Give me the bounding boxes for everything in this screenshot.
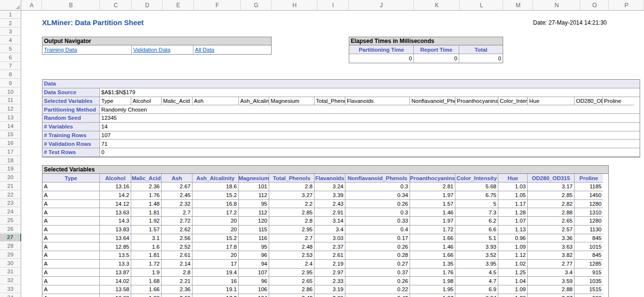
row-header-9[interactable]: 9 [0,79,21,87]
sv-cell[interactable]: 2.57 [528,226,575,234]
column-header-P[interactable]: P [609,0,644,10]
data-info-value[interactable]: 107 [100,131,640,140]
sv-cell[interactable]: 1280 [575,217,603,226]
sv-cell[interactable]: 2.32 [162,200,192,209]
row-header-10[interactable]: 10 [0,88,21,96]
sv-cell[interactable]: 1.95 [410,285,455,294]
sv-cell[interactable]: 3.82 [528,251,575,260]
sv-cell[interactable]: 1.66 [410,251,455,260]
sv-cell[interactable]: 3.95 [455,260,498,269]
sv-cell[interactable]: A [42,217,100,226]
sv-cell[interactable]: 94 [239,260,269,269]
sv-cell[interactable]: 1515 [575,285,603,294]
sv-cell[interactable]: 14.3 [100,217,131,226]
sv-cell[interactable]: 0.26 [345,277,410,285]
sv-cell[interactable]: 1.76 [131,191,162,200]
sv-cell[interactable]: 17.8 [192,242,239,251]
data-info-variable[interactable]: Total_Phenols [315,97,345,106]
data-info-variable[interactable]: Malic_Acid [162,97,192,106]
sv-cell[interactable]: 2.43 [315,200,345,209]
sv-cell[interactable]: 1.83 [131,294,162,297]
row-header-19[interactable]: 19 [0,165,21,173]
sv-cell[interactable]: 2.8 [162,269,192,277]
sv-cell[interactable]: 2.56 [162,234,192,243]
data-info-variable[interactable]: Ash_Alcalinity [239,97,269,106]
sv-cell[interactable]: 2.85 [528,191,575,200]
data-info-variable[interactable]: Proline [603,97,634,106]
sv-cell[interactable]: 96 [239,251,269,260]
sv-cell[interactable]: 2.8 [269,183,315,191]
sv-cell[interactable]: 990 [575,294,603,297]
sv-cell[interactable]: 5 [455,200,498,209]
sv-cell[interactable]: 2.19 [315,260,345,269]
sv-cell[interactable]: 1.48 [131,200,162,209]
sv-cell[interactable]: 2.45 [162,191,192,200]
sv-cell[interactable]: A [42,285,100,294]
sv-cell[interactable]: 1.46 [410,208,455,217]
sv-cell[interactable]: 3.84 [455,294,498,297]
sv-cell[interactable]: 0.17 [345,234,410,243]
sv-cell[interactable]: 1.57 [131,226,162,234]
sv-cell[interactable]: 96 [239,277,269,285]
sv-cell[interactable]: 112 [239,191,269,200]
row-header-1[interactable]: 1 [0,11,21,19]
select-all-corner[interactable] [0,0,21,10]
column-header-L[interactable]: L [460,0,503,10]
sv-cell[interactable]: 107 [239,269,269,277]
sv-cell[interactable]: 1.09 [498,242,528,251]
sv-cell[interactable]: 1285 [575,260,603,269]
sv-cell[interactable]: 0.3 [345,208,410,217]
sv-cell[interactable]: 2.88 [528,285,575,294]
sv-cell[interactable]: 2.7 [269,234,315,243]
sv-cell[interactable]: 1.23 [498,294,528,297]
sv-cell[interactable]: 1015 [575,242,603,251]
sv-cell[interactable]: 2.37 [315,242,345,251]
sv-cell[interactable]: 1.97 [410,294,455,297]
nav-link-all-data[interactable]: All Data [195,47,214,53]
sv-cell[interactable]: A [42,234,100,243]
sv-cell[interactable]: 1.72 [131,260,162,269]
row-header-14[interactable]: 14 [0,122,21,130]
sv-cell[interactable]: 17.2 [192,294,239,297]
column-header-K[interactable]: K [414,0,460,10]
row-header-18[interactable]: 18 [0,156,21,165]
sv-cell[interactable]: 2.48 [269,242,315,251]
sv-cell[interactable]: 0.22 [345,285,410,294]
sv-cell[interactable]: 2.36 [162,294,192,297]
sv-cell[interactable]: 13.83 [100,226,131,234]
sv-cell[interactable]: 2.95 [269,269,315,277]
sv-cell[interactable]: 1.13 [498,226,528,234]
data-info-variable[interactable]: Nonflavanoid_Phenols [410,97,455,106]
sv-cell[interactable]: 2.36 [162,285,192,294]
sv-cell[interactable]: 2.85 [269,208,315,217]
sv-cell[interactable]: 1.6 [131,242,162,251]
sv-cell[interactable]: 1.09 [498,285,528,294]
sv-cell[interactable]: A [42,226,100,234]
sv-cell[interactable]: 3.17 [528,183,575,191]
data-info-variable[interactable]: OD280_OD315 [575,97,603,106]
data-info-value[interactable]: 12345 [100,114,640,123]
row-header-21[interactable]: 21 [0,182,21,190]
row-header-27[interactable]: 27 [0,234,21,242]
sv-cell[interactable]: 2.88 [528,208,575,217]
sv-cell[interactable]: 18.6 [192,183,239,191]
sv-cell[interactable]: 1.17 [498,200,528,209]
row-header-6[interactable]: 6 [0,54,21,62]
column-header-M[interactable]: M [504,0,533,10]
sv-cell[interactable]: 2.8 [269,217,315,226]
row-header-15[interactable]: 15 [0,131,21,139]
sv-cell[interactable]: 6.6 [455,226,498,234]
sv-cell[interactable]: 1310 [575,208,603,217]
sv-cell[interactable]: A [42,269,100,277]
sv-cell[interactable]: 2.81 [410,183,455,191]
sv-cell[interactable]: 20 [192,226,239,234]
sv-cell[interactable]: 3.03 [315,234,345,243]
sv-cell[interactable]: 2.42 [269,294,315,297]
sv-cell[interactable]: 2.14 [162,260,192,269]
sv-cell[interactable]: 16 [192,277,239,285]
sv-cell[interactable]: A [42,191,100,200]
column-header-N[interactable]: N [534,0,580,10]
sv-cell[interactable]: 101 [239,183,269,191]
data-info-variable[interactable]: Type [100,97,131,106]
column-header-A[interactable]: A [22,0,42,10]
